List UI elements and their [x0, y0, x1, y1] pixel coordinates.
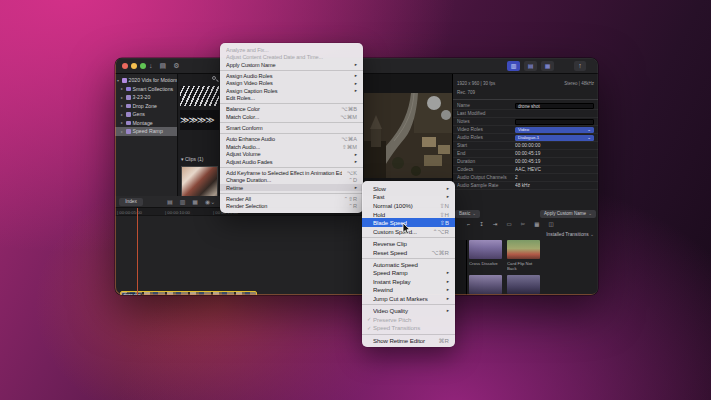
inspector-row-duration: Duration00:00:45:19	[453, 158, 598, 166]
menu-item-match-color[interactable]: Match Color...⌥⌘M	[220, 113, 363, 121]
event-icon	[126, 112, 131, 117]
menu-item-auto-enhance-audio[interactable]: Auto Enhance Audio⌥⌘A	[220, 135, 363, 143]
transition-tile-cross-dissolve[interactable]: Cross Dissolve	[469, 240, 502, 271]
keyword-icon[interactable]: ▤	[160, 60, 167, 72]
search-icon[interactable]	[212, 76, 216, 80]
menu-item-balance-color[interactable]: Balance Color⌥⌘B	[220, 106, 363, 114]
inspector-toggle-icon[interactable]: ▦	[541, 61, 554, 71]
settings-icon[interactable]: ⚙	[173, 60, 179, 72]
menu-item-jump-cut-at-markers[interactable]: Jump Cut at Markers▸	[362, 294, 455, 303]
sidebar-item-3-23-20[interactable]: ▸3-23-20	[115, 93, 177, 102]
menu-item-speed-ramp[interactable]: Speed Ramp▸	[362, 269, 455, 278]
menu-item-reverse-clip[interactable]: Reverse Clip	[362, 239, 455, 248]
clips-group-header[interactable]: ▾ Clips (1)	[181, 156, 204, 162]
menu-item-label: Preserve Pitch	[373, 316, 449, 323]
sidebar-item-smart-collections[interactable]: ▸Smart Collections	[115, 85, 177, 94]
menu-item-label: Video Quality	[373, 307, 443, 314]
apply-custom-name-button[interactable]: Apply Custom Name	[540, 210, 596, 218]
submenu-arrow-icon: ▸	[355, 152, 357, 157]
clip-height-icon[interactable]: ▥	[180, 198, 186, 207]
transitions-sidebar[interactable]	[453, 240, 467, 295]
menu-item-label: Instant Replay	[373, 278, 443, 285]
waveform-view-icon[interactable]: ▦	[192, 198, 198, 207]
sidebar-item-2020-vids-for-motionw[interactable]: ▾2020 Vids for Motionw...	[115, 76, 177, 85]
viewer-video-frame	[364, 93, 453, 178]
menu-item-hold[interactable]: Hold⇧H	[362, 210, 455, 219]
titlebar-toolbar: ↓▤⚙	[149, 60, 179, 72]
installed-transitions-dropdown[interactable]: Installed Transitions	[546, 232, 594, 237]
menu-item-edit-roles[interactable]: Edit Roles...	[220, 95, 363, 103]
speed-ramp-thumbnail[interactable]: ≫≫≫≫	[180, 110, 219, 130]
browser-toggle-icon[interactable]: ▥	[507, 61, 520, 71]
menu-item-slow[interactable]: Slow▸	[362, 184, 455, 193]
effects-icon[interactable]: ▦	[534, 221, 539, 227]
inspector-row-end: End00:00:45:19	[453, 150, 598, 158]
menu-item-retime[interactable]: Retime▸	[220, 184, 363, 192]
append-edit-icon[interactable]: ⇥	[493, 221, 498, 227]
browser-clip-thumbnail[interactable]	[181, 166, 218, 196]
media-import-icon[interactable]: ↓	[149, 60, 153, 72]
trim-tool-icon[interactable]: ✂	[521, 221, 526, 227]
menu-item-fast[interactable]: Fast▸	[362, 193, 455, 202]
menu-item-normal-100[interactable]: Normal (100%)⇧N	[362, 201, 455, 210]
transition-tile-card-flip-not-back[interactable]: Card Flip Not Back	[507, 240, 540, 271]
video-roles-dropdown[interactable]: Video⌄	[515, 127, 594, 133]
menu-item-assign-caption-roles[interactable]: Assign Caption Roles▸	[220, 87, 363, 95]
sidebar-item-label: 2020 Vids for Motionw...	[129, 77, 178, 83]
menu-item-smart-conform[interactable]: Smart Conform	[220, 124, 363, 132]
menu-item-instant-replay[interactable]: Instant Replay▸	[362, 277, 455, 286]
sidebar-item-label: Smart Collections	[133, 86, 174, 92]
timeline-toggle-icon[interactable]: ▤	[524, 61, 537, 71]
index-button[interactable]: Index	[119, 198, 143, 206]
transition-thumbnail	[469, 240, 502, 259]
connect-edit-icon[interactable]: ⌐	[467, 221, 470, 227]
overwrite-edit-icon[interactable]: ▭	[506, 221, 511, 227]
menu-item-reset-speed[interactable]: Reset Speed⌥⌘R	[362, 248, 455, 257]
share-button[interactable]: ↑	[574, 61, 586, 71]
name-field[interactable]: drone shot	[515, 103, 594, 109]
menu-item-label: Normal (100%)	[373, 202, 434, 209]
menu-item-adjust-volume[interactable]: Adjust Volume▸	[220, 150, 363, 158]
sidebar-item-montage[interactable]: ▸Montage	[115, 119, 177, 128]
timeline-clip[interactable]: drone shot	[120, 291, 257, 295]
transition-thumbnail	[507, 240, 540, 259]
clip-appearance-icon[interactable]: ▤	[167, 198, 173, 207]
menu-item-render-all[interactable]: Render All⌃⇧R	[220, 195, 363, 203]
menu-item-apply-custom-name[interactable]: Apply Custom Name▸	[220, 61, 363, 69]
menu-item-adjust-audio-fades[interactable]: Adjust Audio Fades▸	[220, 158, 363, 166]
playhead[interactable]	[137, 208, 138, 295]
minimize-button[interactable]	[131, 63, 137, 69]
menu-item-automatic-speed[interactable]: Automatic Speed	[362, 260, 455, 269]
transitions-icon[interactable]: ◫	[548, 221, 553, 227]
sidebar-item-gens[interactable]: ▸Gens	[115, 110, 177, 119]
menu-item-change-duration[interactable]: Change Duration...⌃D	[220, 176, 363, 184]
menu-item-rewind[interactable]: Rewind▸	[362, 286, 455, 295]
menu-item-assign-audio-roles[interactable]: Assign Audio Roles▸	[220, 72, 363, 80]
roles-basic-button[interactable]: Basic	[455, 210, 480, 218]
inspector-row-codecs: CodecsAAC, HEVC	[453, 166, 598, 174]
generator-thumbnail[interactable]	[180, 86, 219, 106]
inspector-row-label: Start	[457, 143, 515, 148]
menu-item-shortcut: ⇧N	[439, 202, 449, 209]
divider	[453, 99, 598, 100]
sidebar-item-speed-ramp[interactable]: ▸Speed Ramp	[115, 127, 177, 136]
insert-edit-icon[interactable]: ↧	[479, 221, 484, 227]
notes-field[interactable]	[515, 119, 594, 125]
sidebar-item-drop-zone[interactable]: ▸Drop Zone	[115, 102, 177, 111]
menu-item-assign-video-roles[interactable]: Assign Video Roles▸	[220, 80, 363, 88]
close-button[interactable]	[122, 63, 128, 69]
menu-item-render-selection[interactable]: Render Selection⌃R	[220, 202, 363, 210]
menu-item-add-keyframe-to-selected-effect-in-animation-editor[interactable]: Add Keyframe to Selected Effect in Anima…	[220, 169, 363, 177]
transition-tile-01[interactable]: 01	[469, 275, 502, 296]
menu-item-video-quality[interactable]: Video Quality▸	[362, 306, 455, 315]
chevron-down-icon: ⌄	[587, 127, 591, 133]
zoom-button[interactable]	[140, 63, 146, 69]
inspector-rows: Namedrone shotLast ModifiedNotesVideo Ro…	[453, 102, 598, 190]
transition-tile-02[interactable]: 02	[507, 275, 540, 296]
audio-roles-icon[interactable]: ◉⌄	[205, 198, 215, 207]
menu-item-label: Auto Enhance Audio	[226, 136, 336, 142]
audio-roles-dropdown[interactable]: Dialogue-1⌄	[515, 135, 594, 141]
menu-separator	[220, 122, 363, 123]
menu-item-match-audio[interactable]: Match Audio...⇧⌘M	[220, 143, 363, 151]
menu-item-show-retime-editor[interactable]: Show Retime Editor⌘R	[362, 336, 455, 345]
